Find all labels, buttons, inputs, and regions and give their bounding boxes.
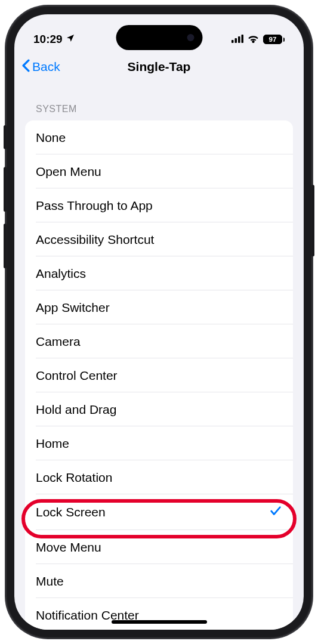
list-item-label: App Switcher (36, 301, 110, 315)
list-item-label: Control Center (36, 369, 118, 383)
list-item[interactable]: Control Center (25, 358, 293, 392)
phone-frame: 10:29 (6, 6, 312, 638)
list-item-label: Lock Rotation (36, 470, 112, 485)
power-button (311, 185, 314, 256)
svg-rect-1 (235, 38, 237, 43)
list-item[interactable]: Notification Center (25, 598, 293, 630)
list-item-label: Lock Screen (36, 505, 106, 519)
chevron-left-icon (21, 59, 30, 75)
list-item[interactable]: Mute (25, 564, 293, 598)
back-button[interactable]: Back (21, 59, 60, 75)
list-item[interactable]: Accessibility Shortcut (25, 222, 293, 256)
check-icon (269, 504, 282, 521)
section-header: SYSTEM (25, 82, 293, 120)
list-item-label: Hold and Drag (36, 402, 116, 417)
status-right: 97 (231, 33, 285, 46)
list-item[interactable]: None (25, 120, 293, 154)
list-item-label: Mute (36, 574, 64, 589)
content: SYSTEM NoneOpen MenuPass Through to AppA… (14, 82, 304, 630)
mute-switch (4, 125, 7, 149)
location-icon (66, 33, 75, 46)
status-time: 10:29 (33, 33, 63, 46)
svg-rect-2 (238, 36, 240, 43)
home-indicator[interactable] (112, 620, 207, 624)
list-item-label: Pass Through to App (36, 199, 153, 213)
list-item-label: Move Menu (36, 540, 101, 555)
list-item-label: Accessibility Shortcut (36, 233, 154, 247)
svg-rect-3 (242, 35, 244, 43)
list-item[interactable]: Lock Rotation (25, 460, 293, 494)
list-item[interactable]: Move Menu (25, 530, 293, 564)
dynamic-island (116, 25, 202, 50)
list-item-label: Analytics (36, 267, 86, 281)
list-item[interactable]: Camera (25, 324, 293, 358)
battery-percent: 97 (263, 35, 282, 44)
list-item[interactable]: Hold and Drag (25, 392, 293, 426)
list-item[interactable]: App Switcher (25, 290, 293, 324)
screen: 10:29 (14, 14, 304, 630)
status-left: 10:29 (33, 33, 75, 46)
list-item-label: Home (36, 436, 69, 451)
list-group: NoneOpen MenuPass Through to AppAccessib… (25, 120, 293, 630)
battery-icon: 97 (263, 35, 285, 44)
list-item[interactable]: Analytics (25, 256, 293, 290)
cellular-icon (231, 33, 243, 46)
list-item[interactable]: Lock Screen (25, 494, 293, 530)
wifi-icon (248, 33, 259, 46)
list-item-label: None (36, 131, 66, 145)
nav-bar: Back Single-Tap (14, 51, 304, 82)
volume-up-button (4, 167, 7, 212)
page-title: Single-Tap (128, 60, 191, 74)
list-item[interactable]: Open Menu (25, 154, 293, 188)
back-label: Back (32, 60, 60, 74)
list-item[interactable]: Pass Through to App (25, 188, 293, 222)
svg-rect-0 (231, 40, 234, 43)
list-item-label: Camera (36, 335, 81, 349)
list-item[interactable]: Home (25, 426, 293, 460)
list-item-label: Open Menu (36, 165, 101, 179)
volume-down-button (4, 224, 7, 268)
